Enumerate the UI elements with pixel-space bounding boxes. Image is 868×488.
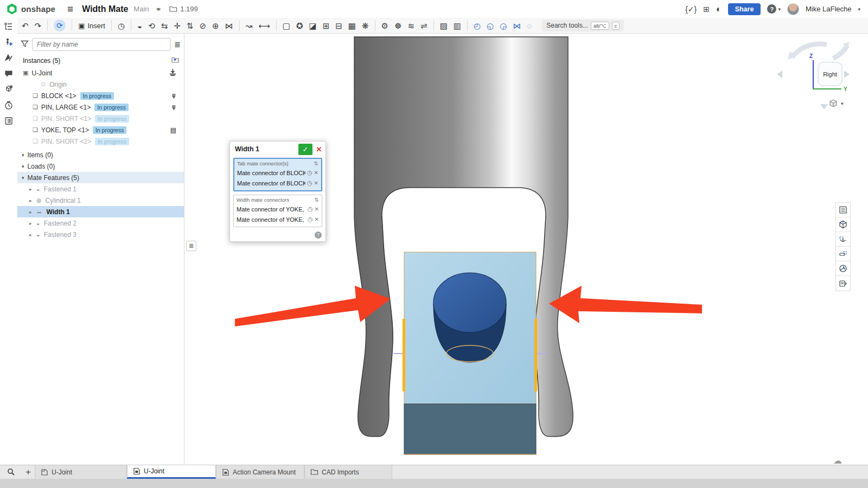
performance-button[interactable] (836, 276, 850, 291)
search-tabs-icon[interactable] (0, 465, 22, 479)
mate-row-fastened-1[interactable]: ▸ ◒ Fastened 1 (17, 183, 184, 195)
mate-row-fastened-2[interactable]: ▸ ◒ Fastened 2 (17, 217, 184, 229)
chevron-right-icon[interactable]: ▸ (29, 232, 32, 237)
confirm-button[interactable]: ✓ (298, 144, 312, 155)
root-assembly-row[interactable]: ▣ U-Joint (17, 67, 184, 79)
tab-mate-connectors-group[interactable]: Tab mate connector(s) ⇅ Mate connector o… (233, 158, 322, 191)
add-folder-icon[interactable] (171, 56, 180, 65)
graphics-viewport[interactable]: Z Y Right ▾ ☁ (185, 34, 868, 465)
gear-relation-icon[interactable]: ⚙ (381, 22, 388, 30)
display-states-icon[interactable]: ▨ (440, 22, 448, 30)
versions-icon[interactable]: {✓} (685, 5, 697, 14)
appearance-button[interactable] (836, 261, 850, 276)
user-name[interactable]: Mike LaFleche (806, 5, 852, 13)
section-loads[interactable]: ▾ Loads (0) (17, 160, 184, 172)
explode-icon[interactable]: ❋ (362, 22, 369, 30)
filter-icon[interactable] (21, 40, 29, 49)
cancel-button[interactable]: ✕ (312, 144, 326, 155)
add-mate-icon[interactable] (3, 37, 14, 48)
mate-connector-item[interactable]: Mate connector of YOKE, ... ◷ ✕ (237, 214, 319, 224)
remove-icon[interactable]: ✕ (314, 170, 318, 176)
instance-row-pin-large[interactable]: ❏ PIN, LARGE <1> In progress ⋔ (17, 101, 184, 113)
view-options-caret-icon[interactable]: ▾ (841, 101, 844, 106)
ball-mate-icon[interactable]: ⊕ (212, 22, 219, 30)
instance-row-pin-short-1[interactable]: ❏ PIN, SHORT <1> In progress (17, 113, 184, 124)
named-positions-icon[interactable]: ⊞ (323, 22, 330, 30)
screw-relation-icon[interactable]: ≋ (407, 22, 414, 30)
instance-row-pin-short-2[interactable]: ❏ PIN, SHORT <2> In progress (17, 136, 184, 147)
chevron-right-icon[interactable]: ▸ (29, 198, 32, 203)
markup-icon[interactable] (3, 53, 14, 63)
reorder-icon[interactable]: ⇅ (314, 160, 318, 166)
view-options-cube-icon[interactable] (828, 99, 838, 111)
mate-connector-item[interactable]: Mate connector of BLOCK ... ◷ ✕ (237, 178, 318, 188)
replicate-icon[interactable]: ⊟ (335, 22, 342, 30)
rotate-left-icon[interactable] (777, 70, 782, 78)
app-store-icon[interactable]: ⊞ (703, 5, 710, 14)
tab-action-camera-mount[interactable]: Action Camera Mount (216, 465, 304, 479)
tab-assembly-u-joint[interactable]: U-Joint (127, 465, 216, 479)
planar-mate-icon[interactable]: ✛ (174, 22, 181, 30)
remove-icon[interactable]: ✕ (315, 206, 319, 212)
fastened-mate-icon[interactable]: ◒ (137, 22, 142, 30)
rack-pinion-relation-icon[interactable]: ☸ (394, 22, 401, 30)
yoke-bottom-part[interactable] (404, 404, 536, 454)
cylindrical-mate-icon[interactable]: ⇅ (187, 22, 194, 30)
filter-input[interactable] (32, 38, 171, 51)
user-menu-caret-icon[interactable]: ▾ (858, 7, 860, 12)
instance-row-block[interactable]: ❏ BLOCK <1> In progress ⋔ (17, 90, 184, 101)
version-number[interactable]: 1.199 (180, 5, 198, 13)
view-cube[interactable]: Z Y Right ▾ (773, 35, 854, 116)
tab-part-studio-u-joint[interactable]: U-Joint (35, 465, 127, 479)
slider-mate-icon[interactable]: ⇆ (161, 22, 168, 30)
undo-icon[interactable]: ↶ (22, 22, 29, 30)
help-caret-icon[interactable]: ▾ (778, 7, 781, 12)
comments-icon[interactable] (3, 68, 14, 79)
share-button[interactable]: Share (728, 3, 761, 15)
pin-slot-mate-icon[interactable]: ⊘ (199, 22, 206, 30)
remove-icon[interactable]: ✕ (315, 216, 319, 222)
main-menu-icon[interactable]: ≡ (67, 3, 73, 15)
search-tools[interactable]: Search tools... alt/⌥ c (542, 20, 624, 31)
bom-icon[interactable] (3, 115, 14, 126)
mate-connector-icon[interactable]: ◷ (307, 179, 312, 187)
u-joint-model[interactable] (185, 34, 868, 465)
rotate-arrows-icon[interactable] (773, 37, 854, 61)
rotate-right-icon[interactable] (844, 70, 850, 78)
belt-relation-icon[interactable]: ⇌ (420, 22, 427, 30)
rotate-down-icon[interactable] (820, 104, 828, 110)
pattern-icon[interactable]: ▦ (348, 22, 356, 30)
highlighted-edge-right[interactable] (534, 319, 537, 391)
mate-connector-icon[interactable]: ◷ (307, 169, 312, 176)
composite-part-icon[interactable]: ✪ (296, 22, 303, 30)
section-view-button[interactable] (836, 232, 850, 247)
animate-spin-icon[interactable]: ◌ (527, 22, 532, 30)
insert-button[interactable]: ▣ Insert (78, 22, 105, 30)
onshape-logo-icon[interactable] (7, 4, 17, 15)
history-icon[interactable] (3, 100, 14, 111)
revolute-mate-icon[interactable]: ⟲ (148, 22, 155, 30)
isometric-view-button[interactable] (836, 217, 850, 232)
width-mate-connectors-group[interactable]: Width mate connectors ⇅ Mate connector o… (233, 195, 322, 227)
mate-row-width-1[interactable]: ▸ ⇔ Width 1 (17, 206, 184, 217)
learning-center-icon[interactable]: ◐ (716, 4, 722, 14)
branch-name[interactable]: Main (133, 5, 149, 13)
edit-in-context-icon[interactable]: ◪ (309, 22, 316, 30)
mate-connector-item[interactable]: Mate connector of YOKE, ... ◷ ✕ (237, 204, 319, 214)
view-list-button[interactable] (836, 203, 850, 217)
animate-orbit-icon[interactable]: ◵ (487, 22, 494, 30)
reorder-icon[interactable]: ⇅ (315, 197, 319, 203)
panel-collapse-handle[interactable]: ≣ (186, 241, 196, 251)
dialog-help-icon[interactable]: ? (315, 232, 322, 239)
hidden-edges-button[interactable] (836, 247, 850, 261)
mate-row-cylindrical-1[interactable]: ▸ ⊕ Cylindrical 1 (17, 195, 184, 206)
origin-row[interactable]: Origin (17, 79, 184, 90)
tab-cad-imports[interactable]: CAD Imports (304, 465, 392, 479)
section-items[interactable]: ▾ Items (0) (17, 149, 184, 160)
measure-icon[interactable]: ▥ (454, 22, 461, 30)
chevron-right-icon[interactable]: ▸ (29, 209, 32, 215)
pin-top-face[interactable] (433, 273, 506, 332)
link-icon[interactable]: ⚭ (156, 5, 162, 14)
assembly-tree-icon[interactable] (3, 21, 14, 32)
update-icon[interactable]: ⟳ (54, 20, 66, 31)
